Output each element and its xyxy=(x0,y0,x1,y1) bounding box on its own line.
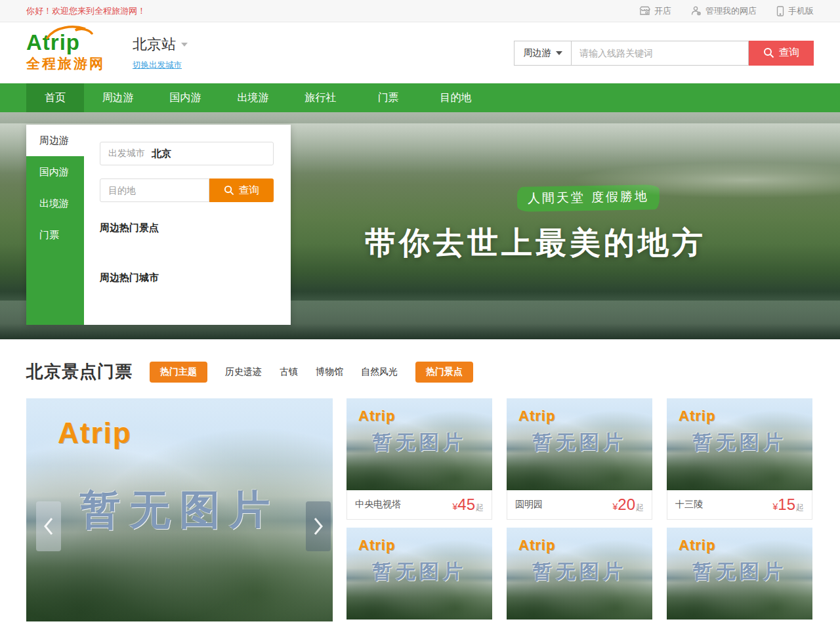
tour-search-sidebar: 周边游 国内游 出境游 门票 出发城市 北京 查询 周边热门景点 周边热门城市 xyxy=(26,125,291,325)
nav-item-domestic-tours[interactable]: 国内游 xyxy=(152,83,219,112)
sidebar-tab-column: 周边游 国内游 出境游 门票 xyxy=(26,125,84,325)
logo-a: A xyxy=(26,30,43,54)
no-image-placeholder-text: 暂无图片 xyxy=(532,558,627,585)
destination-input[interactable] xyxy=(100,178,209,202)
user-gear-icon xyxy=(691,6,702,16)
mobile-version-label: 手机版 xyxy=(788,5,814,17)
sidebar-tab-nearby[interactable]: 周边游 xyxy=(26,125,84,156)
sidebar-search-panel: 出发城市 北京 查询 周边热门景点 周边热门城市 xyxy=(84,125,291,325)
site-header: Atrip 全程旅游网 北京站 切换出发城市 周边游 查询 xyxy=(0,22,840,83)
manage-shop-link[interactable]: 管理我的网店 xyxy=(691,5,757,17)
nav-item-tickets[interactable]: 门票 xyxy=(354,83,422,112)
no-image-placeholder-text: 暂无图片 xyxy=(692,429,787,456)
destination-search-row: 查询 xyxy=(100,178,274,202)
no-image-placeholder-text: 暂无图片 xyxy=(80,482,280,537)
placeholder-logo: Atrip xyxy=(679,537,715,554)
hot-spots-heading: 周边热门景点 xyxy=(100,222,291,234)
currency-symbol: ¥ xyxy=(773,501,778,512)
card-name: 圆明园 xyxy=(515,499,543,511)
beijing-tickets-section: 北京景点门票 热门主题 历史遗迹 古镇 博物馆 自然风光 热门景点 Atrip … xyxy=(26,339,814,621)
hero-tagline-badge: 人間天堂 度假勝地 xyxy=(517,184,660,212)
nav-item-nearby-tours[interactable]: 周边游 xyxy=(84,83,152,112)
depart-city-field[interactable]: 出发城市 北京 xyxy=(100,142,274,165)
sidebar-tab-tickets[interactable]: 门票 xyxy=(26,219,84,251)
carousel-next-button[interactable] xyxy=(306,501,331,551)
price-value: 45 xyxy=(457,497,475,513)
card-name: 中央电视塔 xyxy=(355,499,401,511)
nav-item-home[interactable]: 首页 xyxy=(26,83,84,112)
depart-city-value: 北京 xyxy=(152,148,171,160)
placeholder-logo: Atrip xyxy=(58,417,132,450)
tab-ancient-towns[interactable]: 古镇 xyxy=(280,366,298,378)
open-shop-link[interactable]: 开店 xyxy=(639,5,671,17)
open-shop-label: 开店 xyxy=(654,5,671,17)
price-value: 20 xyxy=(618,497,635,513)
ticket-card[interactable]: Atrip 暂无图片 xyxy=(507,528,652,620)
tab-museums[interactable]: 博物馆 xyxy=(316,366,343,378)
currency-symbol: ¥ xyxy=(453,501,458,512)
price-suffix: 起 xyxy=(476,502,484,513)
ticket-cards-row: Atrip 暂无图片 Atrip 暂无图片 中央电视塔 xyxy=(26,398,814,621)
card-image-placeholder: Atrip 暂无图片 xyxy=(507,528,652,620)
nav-item-travel-agency[interactable]: 旅行社 xyxy=(287,83,354,112)
no-image-placeholder-text: 暂无图片 xyxy=(532,429,627,456)
price-value: 15 xyxy=(778,497,795,513)
ticket-card[interactable]: Atrip 暂无图片 xyxy=(667,528,812,620)
featured-carousel-card[interactable]: Atrip 暂无图片 xyxy=(26,398,333,621)
card-image-placeholder: Atrip 暂无图片 xyxy=(667,528,812,620)
station-block: 北京站 切换出发城市 xyxy=(133,35,188,71)
ticket-cards-grid: Atrip 暂无图片 中央电视塔 ¥45起 Atrip 暂无图片 圆明园 ¥20… xyxy=(346,398,814,621)
price-suffix: 起 xyxy=(796,502,804,513)
search-icon xyxy=(224,185,234,196)
placeholder-logo: Atrip xyxy=(358,408,395,425)
search-category-select[interactable]: 周边游 xyxy=(514,41,572,66)
tab-historic-sites[interactable]: 历史遗迹 xyxy=(225,366,262,378)
city-station-selector[interactable]: 北京站 xyxy=(133,35,188,54)
main-nav: 首页 周边游 国内游 出境游 旅行社 门票 目的地 xyxy=(0,83,840,112)
nav-item-outbound-tours[interactable]: 出境游 xyxy=(219,83,287,112)
hero-banner: 人間天堂 度假勝地 带你去世上最美的地方 周边游 国内游 出境游 门票 出发城市… xyxy=(0,112,840,339)
station-name: 北京站 xyxy=(133,35,176,54)
hot-cities-heading: 周边热门城市 xyxy=(100,272,291,284)
ticket-card[interactable]: Atrip 暂无图片 xyxy=(346,528,492,620)
tab-natural-scenery[interactable]: 自然风光 xyxy=(361,366,398,378)
chevron-down-icon xyxy=(556,51,562,55)
welcome-message: 你好！欢迎您来到全程旅游网！ xyxy=(26,5,146,17)
chevron-right-icon xyxy=(313,517,324,536)
tab-hot-spots[interactable]: 热门景点 xyxy=(415,362,473,383)
no-image-placeholder-text: 暂无图片 xyxy=(372,558,467,585)
header-search-group: 周边游 查询 xyxy=(514,41,814,66)
card-caption: 圆明园 ¥20起 xyxy=(507,490,652,520)
ticket-card-ming-tombs[interactable]: Atrip 暂无图片 十三陵 ¥15起 xyxy=(667,398,812,520)
card-caption: 中央电视塔 ¥45起 xyxy=(346,490,492,520)
sidebar-search-label: 查询 xyxy=(239,184,260,198)
card-image-placeholder: Atrip 暂无图片 xyxy=(346,398,492,490)
card-name: 十三陵 xyxy=(675,499,703,511)
ticket-card-cctv-tower[interactable]: Atrip 暂无图片 中央电视塔 ¥45起 xyxy=(346,398,492,520)
sidebar-tab-domestic[interactable]: 国内游 xyxy=(26,156,84,188)
placeholder-logo: Atrip xyxy=(358,537,395,554)
nav-item-destinations[interactable]: 目的地 xyxy=(422,83,490,112)
site-logo[interactable]: Atrip 全程旅游网 xyxy=(26,33,118,73)
chevron-down-icon xyxy=(181,43,188,47)
tab-hot-themes[interactable]: 热门主题 xyxy=(150,362,207,383)
sidebar-search-button[interactable]: 查询 xyxy=(209,178,274,202)
top-utility-bar: 你好！欢迎您来到全程旅游网！ 开店 管理我的网店 手机版 xyxy=(0,0,840,22)
hero-title: 带你去世上最美的地方 xyxy=(365,222,706,264)
mobile-version-link[interactable]: 手机版 xyxy=(776,5,814,17)
card-image-placeholder: Atrip 暂无图片 xyxy=(507,398,652,490)
card-price: ¥45起 xyxy=(453,497,484,513)
switch-city-link[interactable]: 切换出发城市 xyxy=(133,60,182,71)
search-input[interactable] xyxy=(572,41,749,66)
carousel-prev-button[interactable] xyxy=(36,501,61,551)
depart-city-label: 出发城市 xyxy=(108,148,145,159)
ticket-filter-tabs: 热门主题 历史遗迹 古镇 博物馆 自然风光 热门景点 xyxy=(150,362,473,383)
hero-tagline-text: 人間天堂 度假勝地 xyxy=(528,188,649,205)
sidebar-tab-outbound[interactable]: 出境游 xyxy=(26,188,84,219)
placeholder-logo: Atrip xyxy=(679,408,715,425)
price-suffix: 起 xyxy=(636,502,644,513)
section-title: 北京景点门票 xyxy=(26,360,133,383)
placeholder-logo: Atrip xyxy=(518,408,555,425)
search-button[interactable]: 查询 xyxy=(749,41,814,66)
ticket-card-yuanmingyuan[interactable]: Atrip 暂无图片 圆明园 ¥20起 xyxy=(507,398,652,520)
